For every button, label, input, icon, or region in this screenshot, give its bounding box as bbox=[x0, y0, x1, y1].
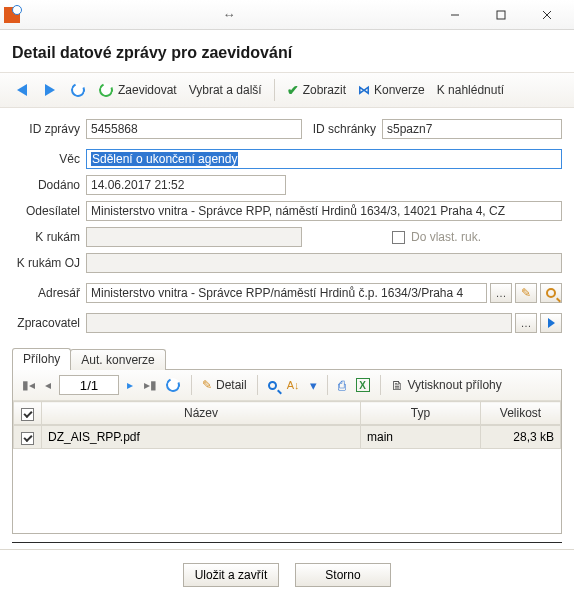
dodano-input[interactable] bbox=[86, 175, 286, 195]
do-vlast-ruk-checkbox[interactable] bbox=[392, 231, 405, 244]
play-icon bbox=[548, 318, 555, 328]
zobrazit-label: Zobrazit bbox=[303, 83, 346, 97]
konverze-label: Konverze bbox=[374, 83, 425, 97]
att-filter-button[interactable]: ▾ bbox=[306, 377, 321, 394]
id-schranky-input[interactable] bbox=[382, 119, 562, 139]
att-print-icon-button[interactable]: ⎙ bbox=[334, 377, 350, 394]
app-icon bbox=[4, 7, 20, 23]
funnel-icon: ▾ bbox=[310, 379, 317, 392]
label-k-rukam: K rukám bbox=[12, 230, 86, 244]
zaevidovat-button[interactable]: Zaevidovat bbox=[94, 80, 181, 100]
label-k-rukam-oj: K rukám OJ bbox=[12, 256, 86, 270]
close-button[interactable] bbox=[524, 0, 570, 30]
zpracovatel-input[interactable] bbox=[86, 313, 512, 333]
label-dodano: Dodáno bbox=[12, 178, 86, 192]
save-close-button[interactable]: Uložit a zavřít bbox=[183, 563, 279, 587]
adresar-search-button[interactable] bbox=[540, 283, 562, 303]
nav-next-button[interactable] bbox=[38, 80, 62, 100]
form-area: ID zprávy ID schránky Věc Sdělení o ukon… bbox=[0, 108, 574, 342]
vec-value: Sdělení o ukončení agendy bbox=[91, 152, 238, 166]
svg-rect-1 bbox=[497, 11, 505, 19]
att-search-button[interactable] bbox=[264, 379, 281, 392]
titlebar: ↔ bbox=[0, 0, 574, 30]
pin-icon[interactable]: ↔ bbox=[223, 8, 236, 21]
att-sort-button[interactable]: A↓ bbox=[283, 377, 304, 393]
k-rukam-oj-input[interactable] bbox=[86, 253, 562, 273]
adresar-browse-button[interactable]: … bbox=[490, 283, 512, 303]
vybrat-label: Vybrat a další bbox=[189, 83, 262, 97]
excel-icon: X bbox=[356, 378, 370, 392]
page-prev-button[interactable]: ◂ bbox=[39, 376, 57, 394]
adresar-edit-button[interactable]: ✎ bbox=[515, 283, 537, 303]
table-row[interactable]: DZ_AIS_RPP.pdf main 28,3 kB bbox=[14, 426, 561, 449]
minimize-button[interactable] bbox=[432, 0, 478, 30]
adresar-input[interactable] bbox=[86, 283, 487, 303]
pencil-icon: ✎ bbox=[521, 286, 531, 300]
att-detail-button[interactable]: ✎ Detail bbox=[198, 376, 251, 394]
refresh-button[interactable] bbox=[66, 80, 90, 100]
att-print-all-button[interactable]: 🗎 Vytisknout přílohy bbox=[387, 376, 506, 394]
attachments-toolbar: ▮◂ ◂ ▸ ▸▮ ✎ Detail A↓ ▾ ⎙ X 🗎 Vytisknout… bbox=[13, 370, 561, 401]
page-next-button[interactable]: ▸ bbox=[121, 376, 139, 394]
row-checkbox[interactable] bbox=[21, 432, 34, 445]
maximize-button[interactable] bbox=[478, 0, 524, 30]
magnifier-blue-icon bbox=[268, 381, 277, 390]
label-zpracovatel: Zpracovatel bbox=[12, 316, 86, 330]
sort-icon: A↓ bbox=[287, 379, 300, 391]
header-check[interactable] bbox=[14, 402, 42, 425]
page-indicator[interactable] bbox=[59, 375, 119, 395]
footer: Uložit a zavřít Storno bbox=[0, 550, 574, 600]
cell-velikost: 28,3 kB bbox=[481, 426, 561, 449]
vec-input[interactable]: Sdělení o ukončení agendy bbox=[86, 149, 562, 169]
k-rukam-input[interactable] bbox=[86, 227, 302, 247]
zaevidovat-label: Zaevidovat bbox=[118, 83, 177, 97]
label-vec: Věc bbox=[12, 152, 86, 166]
att-detail-label: Detail bbox=[216, 378, 247, 392]
zpracovatel-browse-button[interactable]: … bbox=[515, 313, 537, 333]
print-attachments-icon: 🗎 bbox=[391, 379, 404, 392]
cell-nazev: DZ_AIS_RPP.pdf bbox=[42, 426, 361, 449]
magnifier-icon bbox=[546, 288, 556, 298]
chain-icon: ⋈ bbox=[358, 83, 370, 97]
attachments-panel: ▮◂ ◂ ▸ ▸▮ ✎ Detail A↓ ▾ ⎙ X 🗎 Vytisknout… bbox=[12, 370, 562, 534]
label-odesilatel: Odesílatel bbox=[12, 204, 86, 218]
tabs: Přílohy Aut. konverze bbox=[12, 348, 562, 370]
summary-divider bbox=[12, 542, 562, 543]
nav-prev-button[interactable] bbox=[10, 80, 34, 100]
nahlednuti-label: K nahlédnutí bbox=[437, 83, 504, 97]
page-first-button[interactable]: ▮◂ bbox=[19, 376, 37, 394]
att-refresh-button[interactable] bbox=[161, 375, 185, 395]
att-print-label: Vytisknout přílohy bbox=[408, 378, 502, 392]
page-last-button[interactable]: ▸▮ bbox=[141, 376, 159, 394]
pencil-icon: ✎ bbox=[202, 378, 212, 392]
main-toolbar: Zaevidovat Vybrat a další ✔ Zobrazit ⋈ K… bbox=[0, 72, 574, 108]
header-velikost[interactable]: Velikost bbox=[481, 402, 561, 425]
konverze-button[interactable]: ⋈ Konverze bbox=[354, 81, 429, 99]
label-id-zpravy: ID zprávy bbox=[12, 122, 86, 136]
zobrazit-button[interactable]: ✔ Zobrazit bbox=[283, 80, 350, 100]
odesilatel-input[interactable] bbox=[86, 201, 562, 221]
label-id-schranky: ID schránky bbox=[302, 122, 382, 136]
attachments-table: Název Typ Velikost bbox=[13, 401, 561, 425]
label-do-vlast-ruk: Do vlast. ruk. bbox=[411, 230, 481, 244]
tab-aut-konverze[interactable]: Aut. konverze bbox=[70, 349, 165, 370]
cancel-button[interactable]: Storno bbox=[295, 563, 391, 587]
printer-icon: ⎙ bbox=[338, 379, 346, 392]
att-excel-button[interactable]: X bbox=[352, 376, 374, 394]
id-zpravy-input[interactable] bbox=[86, 119, 302, 139]
page-title: Detail datové zprávy pro zaevidování bbox=[0, 30, 574, 72]
tab-prilohy[interactable]: Přílohy bbox=[12, 348, 71, 370]
cell-typ: main bbox=[361, 426, 481, 449]
zpracovatel-go-button[interactable] bbox=[540, 313, 562, 333]
nahlednuti-button[interactable]: K nahlédnutí bbox=[433, 81, 508, 99]
label-adresar: Adresář bbox=[12, 286, 86, 300]
header-nazev[interactable]: Název bbox=[42, 402, 361, 425]
check-green-icon: ✔ bbox=[287, 82, 299, 98]
vybrat-button[interactable]: Vybrat a další bbox=[185, 81, 266, 99]
header-typ[interactable]: Typ bbox=[361, 402, 481, 425]
